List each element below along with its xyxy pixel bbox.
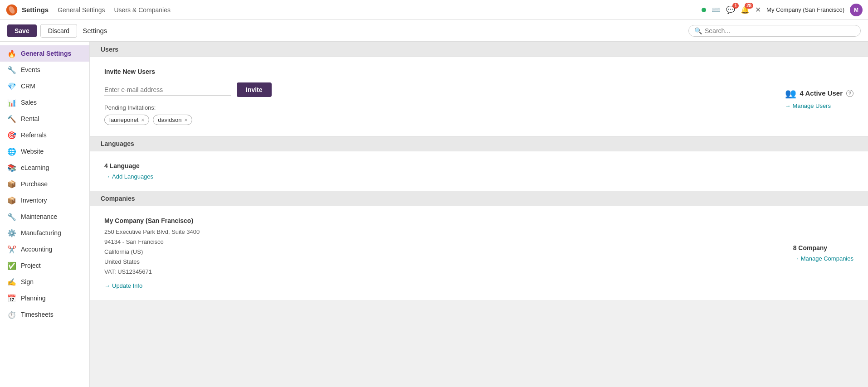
vat-number: VAT: US12345671 (104, 267, 775, 277)
sidebar-item-events[interactable]: 🔧 Events (0, 62, 89, 78)
sidebar-item-planning[interactable]: 📅 Planning (0, 290, 89, 306)
sidebar-label-maintenance: Maintenance (21, 213, 57, 220)
manage-users-link[interactable]: → Manage Users (785, 102, 854, 109)
company-count-block: 8 Company → Manage Companies (793, 217, 853, 289)
sidebar-item-sign[interactable]: ✍️ Sign (0, 274, 89, 290)
sidebar-label-manufacturing: Manufacturing (21, 229, 61, 237)
company-name-label: My Company (San Francisco) (104, 217, 775, 224)
manufacturing-icon: ⚙️ (7, 228, 16, 237)
remove-tag-lauriepoiret[interactable]: × (141, 117, 144, 123)
update-info-label: Update Info (112, 282, 142, 289)
address-line3: California (US) (104, 247, 775, 257)
company-count: 8 Company (793, 244, 853, 252)
keyboard-icon[interactable]: ⌨️ (712, 5, 721, 14)
users-grid: Invite New Users Invite Pending Invitati… (104, 68, 853, 125)
sales-icon: 📊 (7, 98, 16, 107)
help-icon[interactable]: ? (846, 90, 853, 97)
avatar[interactable]: M (850, 4, 863, 16)
manage-companies-arrow-icon: → (793, 255, 799, 262)
sidebar-label-general-settings: General Settings (21, 50, 71, 57)
sidebar-item-sales[interactable]: 📊 Sales (0, 94, 89, 111)
pending-label: Pending Invitations: (104, 104, 767, 111)
sidebar-item-crm[interactable]: 💎 CRM (0, 78, 89, 94)
chat-badge: 1 (732, 3, 739, 9)
invite-button[interactable]: Invite (237, 82, 272, 97)
website-icon: 🌐 (7, 147, 16, 156)
address-line1: 250 Executive Park Blvd, Suite 3400 (104, 227, 775, 237)
settings-icon[interactable]: ✕ (755, 5, 761, 14)
arrow-icon: → (785, 102, 791, 109)
active-user-block: 👥 4 Active User ? → Manage Users (785, 68, 854, 125)
sidebar-label-rental: Rental (21, 115, 39, 122)
sidebar-label-referrals: Referrals (21, 131, 47, 139)
sidebar-item-purchase[interactable]: 📦 Purchase (0, 176, 89, 192)
chat-icon[interactable]: 💬 1 (726, 5, 735, 14)
sidebar-item-project[interactable]: ✅ Project (0, 257, 89, 274)
notification-badge: 28 (745, 3, 753, 9)
sidebar-item-inventory[interactable]: 📦 Inventory (0, 192, 89, 208)
update-info-link[interactable]: → Update Info (104, 282, 775, 289)
sidebar-label-timesheets: Timesheets (21, 311, 54, 318)
users-section-body: Invite New Users Invite Pending Invitati… (90, 57, 868, 136)
languages-section-body: 4 Language → Add Languages (90, 151, 868, 191)
planning-icon: 📅 (7, 294, 16, 303)
sidebar-label-elearning: eLearning (21, 164, 49, 171)
active-user-count: 4 Active User (800, 89, 843, 97)
project-icon: ✅ (7, 261, 16, 270)
nav-general-settings[interactable]: General Settings (58, 6, 105, 14)
sidebar-item-elearning[interactable]: 📚 eLearning (0, 160, 89, 176)
sidebar-label-sign: Sign (21, 278, 34, 285)
update-arrow-icon: → (104, 282, 110, 289)
nav-users-companies[interactable]: Users & Companies (114, 6, 171, 14)
sidebar-item-rental[interactable]: 🔨 Rental (0, 111, 89, 127)
sidebar-item-manufacturing[interactable]: ⚙️ Manufacturing (0, 225, 89, 241)
elearning-icon: 📚 (7, 163, 16, 172)
toolbar: Save Discard Settings 🔍 (0, 20, 868, 42)
maintenance-icon: 🔧 (7, 212, 16, 221)
add-languages-label: Add Languages (112, 173, 153, 180)
remove-tag-davidson[interactable]: × (184, 117, 187, 123)
language-count: 4 Language (104, 162, 853, 169)
companies-grid: My Company (San Francisco) 250 Executive… (104, 217, 853, 289)
companies-section-body: My Company (San Francisco) 250 Executive… (90, 206, 868, 300)
sidebar-item-timesheets[interactable]: ⏱️ Timesheets (0, 306, 89, 323)
navbar-menu: General Settings Users & Companies (58, 6, 171, 14)
add-lang-arrow-icon: → (104, 173, 110, 180)
tag-label: lauriepoiret (109, 116, 138, 123)
sidebar-label-project: Project (21, 262, 41, 269)
sidebar-item-website[interactable]: 🌐 Website (0, 143, 89, 160)
sidebar-label-website: Website (21, 148, 44, 155)
sidebar-item-maintenance[interactable]: 🔧 Maintenance (0, 208, 89, 225)
accounting-icon: ✂️ (7, 245, 16, 254)
email-input[interactable] (104, 84, 231, 96)
company-address: 250 Executive Park Blvd, Suite 3400 9413… (104, 227, 775, 277)
sidebar-item-general-settings[interactable]: 🔥 General Settings (0, 45, 89, 62)
save-button[interactable]: Save (7, 24, 37, 37)
crm-icon: 💎 (7, 82, 16, 91)
company-name[interactable]: My Company (San Francisco) (766, 6, 844, 13)
address-line4: United States (104, 257, 775, 267)
timesheets-icon: ⏱️ (7, 310, 16, 319)
top-navbar: Settings General Settings Users & Compan… (0, 0, 868, 20)
users-group-icon: 👥 (785, 88, 796, 99)
inventory-icon: 📦 (7, 196, 16, 205)
pending-tags: lauriepoiret × davidson × (104, 115, 767, 125)
languages-section-header: Languages (90, 136, 868, 151)
discard-button[interactable]: Discard (40, 24, 77, 38)
layout: 🔥 General Settings 🔧 Events 💎 CRM 📊 Sale… (0, 42, 868, 387)
search-icon: 🔍 (694, 27, 702, 34)
add-languages-link[interactable]: → Add Languages (104, 173, 853, 180)
purchase-icon: 📦 (7, 179, 16, 189)
sidebar: 🔥 General Settings 🔧 Events 💎 CRM 📊 Sale… (0, 42, 90, 387)
events-icon: 🔧 (7, 65, 16, 74)
manage-users-label: Manage Users (793, 102, 831, 109)
manage-companies-link[interactable]: → Manage Companies (793, 255, 853, 262)
address-line2: 94134 - San Francisco (104, 237, 775, 247)
search-input[interactable] (705, 27, 855, 34)
sidebar-item-accounting[interactable]: ✂️ Accounting (0, 241, 89, 257)
general-settings-icon: 🔥 (7, 49, 16, 58)
notification-icon[interactable]: 🔔 28 (741, 5, 750, 14)
navbar-right: ⌨️ 💬 1 🔔 28 ✕ My Company (San Francisco)… (702, 4, 863, 16)
sidebar-item-referrals[interactable]: 🎯 Referrals (0, 127, 89, 143)
rental-icon: 🔨 (7, 114, 16, 123)
